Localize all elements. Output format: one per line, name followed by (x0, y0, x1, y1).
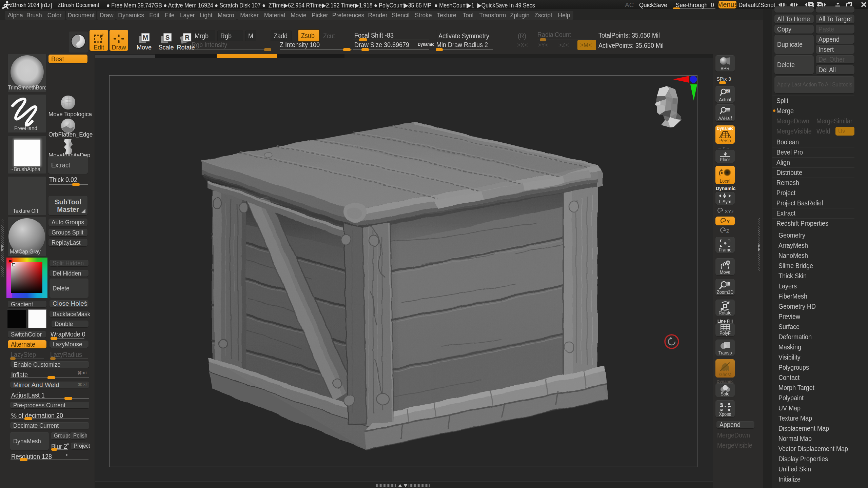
svg-text:Y: Y (727, 219, 730, 224)
svg-text:Z: Z (726, 228, 729, 234)
svg-text:x1: x1 (726, 90, 730, 93)
svg-text:R: R (185, 34, 190, 41)
svg-text:M: M (143, 34, 148, 41)
svg-text:XYZ: XYZ (725, 208, 733, 214)
svg-text:S: S (165, 34, 170, 41)
